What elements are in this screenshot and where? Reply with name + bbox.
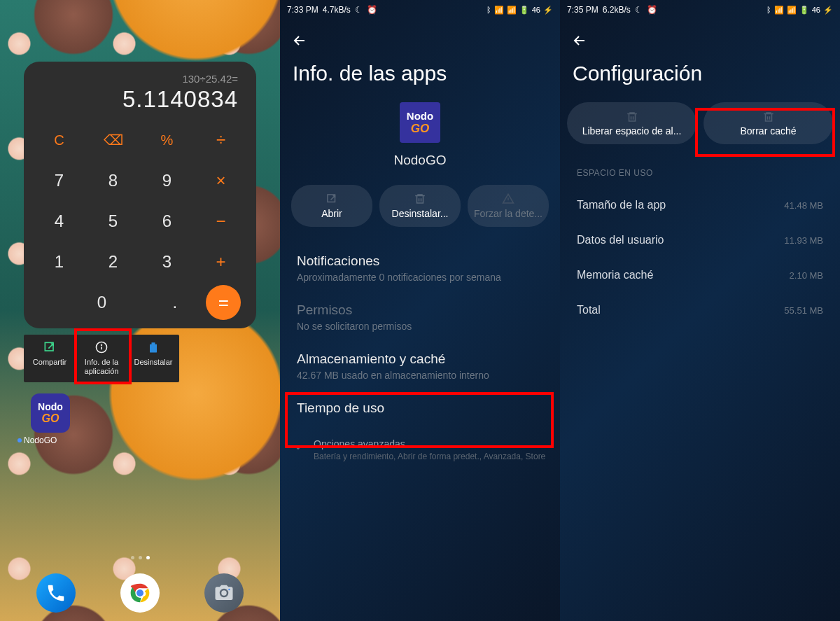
page-title: Configuración bbox=[560, 56, 840, 102]
open-icon bbox=[326, 193, 338, 205]
calc-clear[interactable]: C bbox=[32, 120, 86, 160]
calc-key-4[interactable]: 4 bbox=[32, 201, 86, 242]
status-time: 7:33 PM bbox=[287, 5, 318, 15]
calc-percent[interactable]: % bbox=[140, 120, 194, 160]
calc-divide[interactable]: ÷ bbox=[194, 120, 248, 160]
status-speed: 6.2kB/s bbox=[603, 5, 631, 15]
storage-item[interactable]: Almacenamiento y caché 42.67 MB usado en… bbox=[280, 342, 560, 391]
long-press-menu: Compartir Info. de la aplicación Desinst… bbox=[24, 335, 179, 382]
advanced-options[interactable]: ⌄ Opciones avanzadas Batería y rendimien… bbox=[280, 428, 560, 471]
calculator-widget: 130÷25.42= 5.1140834 C ⌫ % ÷ 7 8 9 × 4 5… bbox=[24, 62, 256, 328]
status-speed: 4.7kB/s bbox=[323, 5, 351, 15]
notifications-item[interactable]: Notificaciones Aproximadamente 0 notific… bbox=[280, 244, 560, 293]
trash-icon bbox=[414, 193, 426, 205]
calc-key-6[interactable]: 6 bbox=[140, 201, 194, 242]
calc-key-2[interactable]: 2 bbox=[86, 242, 140, 282]
wifi-icon: 📶 bbox=[507, 6, 517, 15]
force-stop-button[interactable]: Forzar la dete... bbox=[468, 185, 549, 227]
calc-backspace[interactable]: ⌫ bbox=[86, 120, 140, 160]
calc-key-9[interactable]: 9 bbox=[140, 160, 194, 201]
menu-uninstall[interactable]: Desinstalar bbox=[127, 335, 179, 382]
bluetooth-icon: ᛒ bbox=[766, 6, 771, 14]
app-icon: NodoGO bbox=[400, 102, 440, 143]
calc-multiply[interactable]: × bbox=[194, 160, 248, 201]
screen-storage-settings: 7:35 PM 6.2kB/s ☾ ⏰ ᛒ 📶 📶 🔋 46 ⚡ Configu… bbox=[560, 0, 840, 621]
calc-plus[interactable]: + bbox=[194, 242, 248, 282]
calc-expression: 130÷25.42= bbox=[42, 73, 238, 85]
share-icon bbox=[43, 340, 57, 354]
moon-icon: ☾ bbox=[355, 5, 363, 15]
calc-equals[interactable]: = bbox=[200, 282, 248, 323]
alarm-icon: ⏰ bbox=[367, 5, 377, 15]
status-time: 7:35 PM bbox=[567, 5, 598, 15]
battery-level: 46 bbox=[812, 6, 820, 14]
uninstall-button[interactable]: Desinstalar... bbox=[379, 185, 461, 227]
free-space-button[interactable]: Liberar espacio de al... bbox=[567, 102, 696, 144]
calc-minus[interactable]: − bbox=[194, 201, 248, 242]
charging-icon: ⚡ bbox=[543, 6, 553, 15]
calc-key-0[interactable]: 0 bbox=[32, 282, 150, 323]
trash-icon bbox=[146, 340, 160, 354]
moon-icon: ☾ bbox=[635, 5, 643, 15]
trash-icon bbox=[626, 111, 638, 123]
battery-level: 46 bbox=[532, 6, 540, 14]
status-bar: 7:33 PM 4.7kB/s ☾ ⏰ ᛒ 📶 📶 🔋 46 ⚡ bbox=[280, 0, 560, 20]
calc-key-3[interactable]: 3 bbox=[140, 242, 194, 282]
chevron-down-icon: ⌄ bbox=[294, 440, 302, 452]
app-header: NodoGO NodoGO bbox=[280, 102, 560, 168]
calc-key-1[interactable]: 1 bbox=[32, 242, 86, 282]
open-button[interactable]: Abrir bbox=[291, 185, 372, 227]
app-name: NodoGO bbox=[394, 153, 447, 168]
status-bar: 7:35 PM 6.2kB/s ☾ ⏰ ᛒ 📶 📶 🔋 46 ⚡ bbox=[560, 0, 840, 20]
usage-item[interactable]: Tiempo de uso bbox=[280, 391, 560, 428]
clear-cache-button[interactable]: Borrar caché bbox=[704, 102, 833, 144]
trash-icon bbox=[762, 111, 775, 123]
calc-result: 5.1140834 bbox=[42, 86, 238, 113]
menu-app-info[interactable]: Info. de la aplicación bbox=[76, 335, 127, 382]
notification-dot bbox=[18, 438, 22, 442]
calc-key-8[interactable]: 8 bbox=[86, 160, 140, 201]
svg-point-3 bbox=[102, 344, 102, 345]
warning-icon bbox=[502, 193, 514, 205]
page-title: Info. de las apps bbox=[280, 56, 560, 102]
wifi-icon: 📶 bbox=[787, 6, 797, 15]
nodogo-app-icon[interactable]: NodoGO bbox=[31, 393, 70, 433]
permissions-item[interactable]: Permisos No se solicitaron permisos bbox=[280, 293, 560, 342]
calc-key-5[interactable]: 5 bbox=[86, 201, 140, 242]
chrome-app-icon[interactable] bbox=[120, 573, 160, 613]
alarm-icon: ⏰ bbox=[647, 5, 657, 15]
info-icon bbox=[94, 340, 108, 354]
dock bbox=[0, 573, 280, 613]
back-button[interactable] bbox=[560, 20, 840, 56]
stat-app-size: Tamaño de la app 41.48 MB bbox=[560, 188, 840, 223]
screen-home: 7:33 PM 1.8kB/s ☾ ⏰ ᛒ 📶 📶 🔋 46 ⚡ 130÷25.… bbox=[0, 0, 280, 621]
stat-cache: Memoria caché 2.10 MB bbox=[560, 258, 840, 293]
stat-total: Total 55.51 MB bbox=[560, 293, 840, 328]
calc-key-dot[interactable]: . bbox=[150, 282, 200, 323]
signal-icon: 📶 bbox=[494, 6, 504, 15]
phone-app-icon[interactable] bbox=[36, 573, 76, 613]
screen-app-info: 7:33 PM 4.7kB/s ☾ ⏰ ᛒ 📶 📶 🔋 46 ⚡ Info. d… bbox=[280, 0, 560, 621]
camera-app-icon[interactable] bbox=[204, 573, 244, 613]
menu-share[interactable]: Compartir bbox=[24, 335, 76, 382]
charging-icon: ⚡ bbox=[823, 6, 833, 15]
stat-user-data: Datos del usuario 11.93 MB bbox=[560, 223, 840, 258]
back-button[interactable] bbox=[280, 20, 560, 56]
calc-key-7[interactable]: 7 bbox=[32, 160, 86, 201]
calc-display: 130÷25.42= 5.1140834 bbox=[32, 70, 248, 120]
bluetooth-icon: ᛒ bbox=[486, 6, 491, 14]
section-label: ESPACIO EN USO bbox=[560, 164, 840, 188]
battery-icon: 🔋 bbox=[519, 6, 529, 15]
nodogo-label: NodoGO bbox=[24, 435, 57, 445]
page-indicator bbox=[0, 556, 280, 559]
signal-icon: 📶 bbox=[774, 6, 784, 15]
svg-point-7 bbox=[228, 589, 230, 591]
battery-icon: 🔋 bbox=[799, 6, 809, 15]
